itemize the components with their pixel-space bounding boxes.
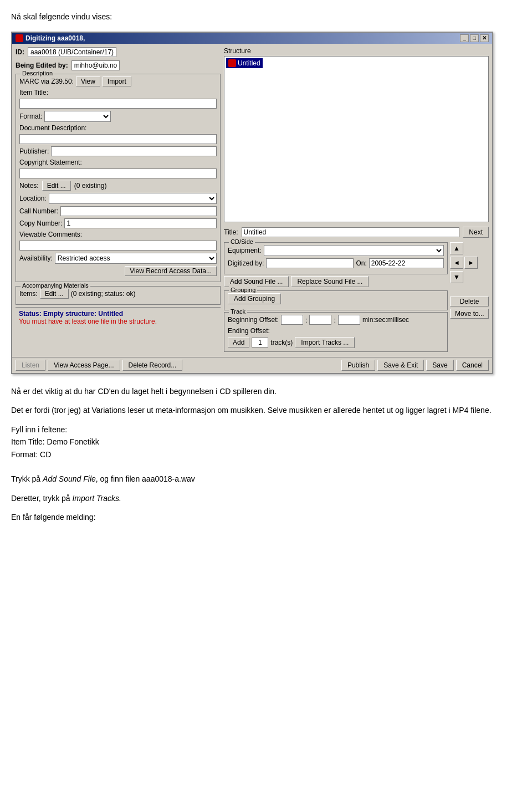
nav-down-button[interactable]: ▼ xyxy=(450,271,463,283)
body-text-5: En får følgende melding: xyxy=(11,511,521,523)
title-row: Title: Next xyxy=(224,227,489,238)
replace-sound-file-button[interactable]: Replace Sound File ... xyxy=(291,276,369,287)
availability-select[interactable]: Restricted access xyxy=(55,253,217,264)
beginning-offset-h[interactable] xyxy=(281,315,303,325)
cancel-button[interactable]: Cancel xyxy=(456,360,489,371)
copyright-input[interactable] xyxy=(19,168,217,178)
body-text-3-item-title: Item Title: Demo Fonetikk xyxy=(11,437,99,446)
sound-file-row: Add Sound File ... Replace Sound File ..… xyxy=(224,276,448,287)
beginning-offset-s[interactable] xyxy=(338,315,360,325)
location-select[interactable] xyxy=(49,193,217,204)
save-button[interactable]: Save xyxy=(426,360,453,371)
view-record-row: View Record Access Data... xyxy=(19,266,217,276)
tracks-label: track(s) xyxy=(270,339,293,346)
call-number-input[interactable] xyxy=(60,206,217,216)
right-content-row: CD/Side Equipment: Digitized by: On: xyxy=(224,242,489,354)
title-bar-controls[interactable]: _ □ ✕ xyxy=(460,34,489,42)
viewable-input[interactable] xyxy=(19,241,217,251)
delete-record-button[interactable]: Delete Record... xyxy=(122,360,183,371)
body-text-4-prefix: Deretter, trykk på xyxy=(11,494,72,503)
on-date-input[interactable] xyxy=(369,258,444,268)
title-bar: Digitizing aaa0018, _ □ ✕ xyxy=(12,33,492,44)
status-text: Status: Empty structure: Untitled xyxy=(19,310,217,318)
format-label: Format: xyxy=(19,113,42,120)
digitized-row: Digitized by: On: xyxy=(228,258,444,268)
digitizing-window: Digitizing aaa0018, _ □ ✕ ID: aaa0018 (U… xyxy=(11,32,493,374)
structure-item[interactable]: Untitled xyxy=(226,58,263,68)
notes-edit-button[interactable]: Edit ... xyxy=(42,181,71,191)
edited-by-label: Being Edited by: xyxy=(16,62,68,69)
window-icon xyxy=(16,34,23,42)
colon2: : xyxy=(334,316,336,324)
body-text-2: Det er fordi (tror jeg) at Variations le… xyxy=(11,404,521,416)
right-sidebar: ▲ ◄ ► ▼ Delete Move to... xyxy=(450,242,489,354)
view-button[interactable]: View xyxy=(76,76,100,86)
equipment-label: Equipment: xyxy=(228,247,262,254)
notes-row: Notes: Edit ... (0 existing) xyxy=(19,181,217,191)
item-title-input[interactable] xyxy=(19,99,217,109)
doc-desc-input[interactable] xyxy=(19,134,217,144)
beginning-offset-row: Beginning Offset: : : min:sec:millisec xyxy=(228,315,444,325)
on-label: On: xyxy=(356,259,366,267)
left-panel: ID: aaa0018 (UIB/Container/17) Being Edi… xyxy=(16,47,221,354)
beginning-offset-m[interactable] xyxy=(309,315,331,325)
track-count-input[interactable] xyxy=(252,338,268,348)
title-field-input[interactable] xyxy=(242,227,460,237)
minimize-button[interactable]: _ xyxy=(460,34,469,42)
body-text-3: Fyll inn i feltene: Item Title: Demo Fon… xyxy=(11,423,521,486)
add-grouping-button[interactable]: Add Grouping xyxy=(228,293,281,304)
publish-button[interactable]: Publish xyxy=(341,360,375,371)
publisher-input[interactable] xyxy=(51,146,217,156)
cdside-title: CD/Side xyxy=(229,238,255,245)
nav-left-button[interactable]: ◄ xyxy=(450,257,463,269)
copy-number-input[interactable] xyxy=(64,218,217,228)
import-button[interactable]: Import xyxy=(103,76,131,86)
item-title-label: Item Title: xyxy=(19,89,48,96)
publisher-label: Publisher: xyxy=(19,147,49,155)
call-number-row: Call Number: xyxy=(19,206,217,216)
view-record-button[interactable]: View Record Access Data... xyxy=(125,266,217,276)
location-row: Location: xyxy=(19,193,217,204)
add-grouping-row: Add Grouping xyxy=(228,293,444,304)
viewable-row: Viewable Comments: xyxy=(19,231,217,238)
id-label: ID: xyxy=(16,48,24,56)
status-bar: Status: Empty structure: Untitled You mu… xyxy=(16,307,221,328)
equipment-select[interactable] xyxy=(264,245,444,256)
add-sound-file-button[interactable]: Add Sound File ... xyxy=(224,276,289,287)
nav-right-button[interactable]: ► xyxy=(464,257,478,269)
accompanying-edit-button[interactable]: Edit ... xyxy=(40,289,69,299)
next-button[interactable]: Next xyxy=(463,227,489,238)
digitized-by-input[interactable] xyxy=(266,258,354,268)
view-access-button[interactable]: View Access Page... xyxy=(48,360,120,371)
call-number-label: Call Number: xyxy=(19,207,58,215)
bottom-buttons-bar: Listen View Access Page... Delete Record… xyxy=(12,357,492,373)
min-sec-label: min:sec:millisec xyxy=(362,316,409,324)
maximize-button[interactable]: □ xyxy=(470,34,479,42)
import-tracks-button[interactable]: Import Tracks ... xyxy=(295,337,355,348)
close-button[interactable]: ✕ xyxy=(480,34,489,42)
track-add-row: Add track(s) Import Tracks ... xyxy=(228,337,444,348)
accompanying-status: (0 existing; status: ok) xyxy=(71,290,136,298)
body-text-3-instruction-link: Add Sound File xyxy=(43,474,96,483)
accompanying-group: Accompanying Materials Items: Edit ... (… xyxy=(16,286,221,305)
nav-up-button[interactable]: ▲ xyxy=(450,242,463,254)
structure-container: Structure Untitled xyxy=(224,47,489,222)
add-track-button[interactable]: Add xyxy=(228,338,249,348)
format-select[interactable] xyxy=(44,111,111,122)
save-exit-button[interactable]: Save & Exit xyxy=(377,360,424,371)
availability-row: Availability: Restricted access xyxy=(19,253,217,264)
ending-offset-row: Ending Offset: xyxy=(228,327,444,335)
copy-number-label: Copy Number: xyxy=(19,219,62,227)
move-to-button[interactable]: Move to... xyxy=(450,309,489,319)
delete-button[interactable]: Delete xyxy=(450,297,489,306)
id-row: ID: aaa0018 (UIB/Container/17) xyxy=(16,47,221,57)
equipment-row: Equipment: xyxy=(228,245,444,256)
body-text-3-prefix: Fyll inn i feltene: xyxy=(11,425,67,434)
track-group: Track Beginning Offset: : : min:sec:mill… xyxy=(224,312,448,352)
description-group: Description MARC via Z39.50: View Import… xyxy=(16,74,221,282)
body-text-4: Deretter, trykk på Import Tracks. xyxy=(11,492,521,504)
window-body: ID: aaa0018 (UIB/Container/17) Being Edi… xyxy=(12,44,492,357)
listen-button[interactable]: Listen xyxy=(16,360,45,371)
window-title: Digitizing aaa0018, xyxy=(25,34,85,42)
availability-label: Availability: xyxy=(19,254,53,262)
